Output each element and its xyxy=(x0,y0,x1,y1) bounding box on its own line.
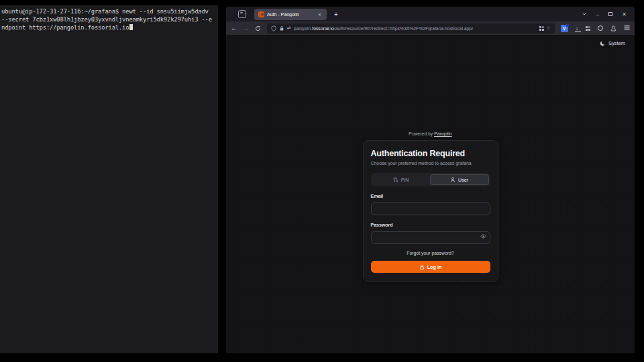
tab-user[interactable]: User xyxy=(430,174,489,185)
password-label: Password xyxy=(371,223,490,227)
terminal-cursor xyxy=(129,24,133,30)
back-button[interactable]: ← xyxy=(231,25,237,32)
terminal-line: --secret 7cbz1xw08lh1jbzey03yxvndljvneam… xyxy=(1,16,217,24)
extensions-grid-icon[interactable] xyxy=(586,26,590,31)
blocker-extension-icon[interactable] xyxy=(598,25,603,31)
page-action-grid-icon[interactable] xyxy=(539,26,544,31)
email-label: Email xyxy=(371,194,490,198)
login-button-label: Log in xyxy=(427,264,442,270)
browser-tab-bar: Auth - Pangolin ✕ + – ✕ xyxy=(226,7,635,21)
terminal-line: ubuntu@ip-172-31-27-116:~/grafana$ newt … xyxy=(1,8,217,16)
firefox-view-icon[interactable] xyxy=(238,10,246,18)
url-bar[interactable]: ⇄ pangolin.fossorial.io/auth/resource/90… xyxy=(267,23,555,34)
window-controls: – ✕ xyxy=(582,11,631,17)
downloads-icon[interactable]: ↓ xyxy=(576,25,578,32)
moon-icon xyxy=(600,40,606,46)
theme-toggle[interactable]: System xyxy=(600,40,625,46)
auth-card: Authentication Required Choose your pref… xyxy=(363,140,498,282)
tab-user-label: User xyxy=(458,178,468,182)
permissions-swap-icon[interactable]: ⇄ xyxy=(287,25,291,31)
show-password-eye-icon[interactable] xyxy=(480,233,486,239)
email-field[interactable] xyxy=(371,202,490,215)
tab-title: Auth - Pangolin xyxy=(267,12,314,17)
url-text: pangolin.fossorial.io/auth/resource/90?r… xyxy=(294,26,537,31)
tab-close-icon[interactable]: ✕ xyxy=(317,11,323,17)
browser-window: Auth - Pangolin ✕ + – ✕ ← → ⇄ pangolin.f… xyxy=(226,7,635,353)
powered-by: Powered by Pangolin xyxy=(363,131,498,136)
login-lock-icon xyxy=(419,264,425,270)
pin-keypad-icon xyxy=(393,177,398,182)
window-close-button[interactable]: ✕ xyxy=(622,11,627,17)
forgot-password-link[interactable]: Forgot your password? xyxy=(371,251,490,255)
minimize-button[interactable]: – xyxy=(596,11,599,17)
browser-toolbar: ← → ⇄ pangolin.fossorial.io/auth/resourc… xyxy=(226,21,635,35)
menu-hamburger-icon[interactable]: ≡ xyxy=(624,22,630,34)
tracking-shield-icon[interactable] xyxy=(271,25,276,32)
list-tabs-chevron-icon[interactable] xyxy=(582,11,587,17)
terminal-window[interactable]: ubuntu@ip-172-31-27-116:~/grafana$ newt … xyxy=(0,5,218,353)
auth-section: Powered by Pangolin Authentication Requi… xyxy=(363,131,498,282)
https-lock-icon[interactable] xyxy=(279,25,284,32)
new-tab-button[interactable]: + xyxy=(332,11,340,18)
card-title: Authentication Required xyxy=(371,149,490,158)
browser-tab-auth-pangolin[interactable]: Auth - Pangolin ✕ xyxy=(254,9,327,20)
page-content: System Powered by Pangolin Authenticatio… xyxy=(226,35,635,353)
bookmark-star-icon[interactable]: ☆ xyxy=(547,25,551,31)
reload-button[interactable] xyxy=(255,25,261,32)
pangolin-favicon-icon xyxy=(258,11,264,17)
extension-icon[interactable] xyxy=(610,25,616,32)
pangolin-link[interactable]: Pangolin xyxy=(434,131,451,136)
terminal-line: ndpoint https://pangolin.fossorial.io xyxy=(1,24,217,32)
toolbar-extension-icons: V ↓ ≡ xyxy=(561,22,630,34)
password-manager-extension-icon[interactable]: V xyxy=(561,25,568,32)
forward-button[interactable]: → xyxy=(243,25,249,32)
theme-toggle-label: System xyxy=(608,40,625,46)
login-button[interactable]: Log in xyxy=(371,261,490,273)
tab-pin[interactable]: PIN xyxy=(372,174,430,185)
card-subtitle: Choose your preferred method to access g… xyxy=(371,161,490,166)
user-icon xyxy=(450,177,455,182)
password-field[interactable] xyxy=(371,231,490,244)
tab-pin-label: PIN xyxy=(401,178,409,182)
maximize-button[interactable] xyxy=(608,12,612,16)
auth-method-tabs: PIN User xyxy=(371,173,490,186)
